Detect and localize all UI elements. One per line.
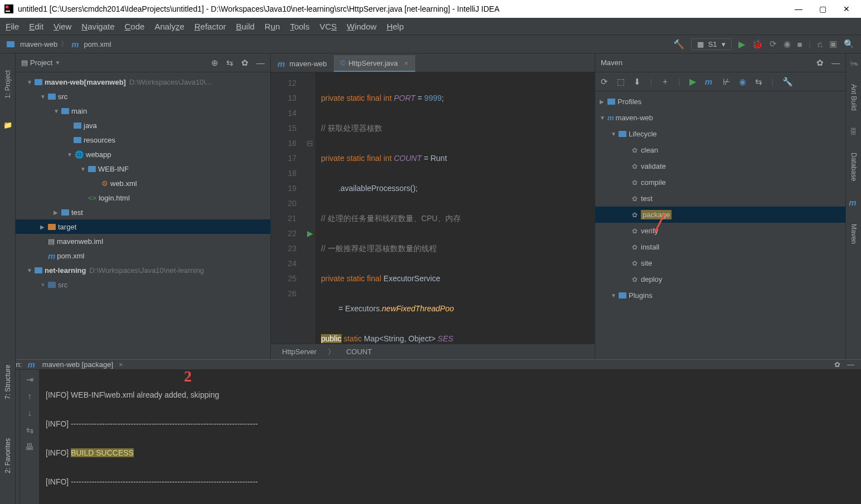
search-icon[interactable]: 🔍 [844,39,854,49]
tree-target[interactable]: ▶target [16,219,270,234]
maven-plugins[interactable]: ▼Plugins [595,287,845,304]
coverage-icon[interactable]: ⟳ [770,39,777,49]
hide-icon[interactable]: — [256,58,265,68]
close-tab-icon[interactable]: × [404,59,408,67]
debug-button[interactable]: 🐞 [752,39,763,50]
menu-window[interactable]: Window [347,22,376,31]
maven-tab-icon[interactable]: m [849,198,856,207]
tree-main[interactable]: ▼main [16,104,270,118]
maven-goal-compile[interactable]: ✿compile [595,174,845,190]
wrap-icon[interactable]: ⇆ [26,425,33,436]
breadcrumb-file[interactable]: pom.xml [84,40,111,48]
tab-httpserver[interactable]: ©HttpServer.java× [334,55,415,72]
tree-nl-src[interactable]: ▼src [16,277,270,292]
maven-goal-verify[interactable]: ✿verify [595,223,845,239]
skip-tests-icon[interactable]: ⊬ [723,77,730,87]
vcs-icon[interactable]: ⎌ [818,40,823,49]
tree-webxml[interactable]: ⚙web.xml [16,176,270,190]
maven-goal-deploy[interactable]: ✿deploy [595,271,845,287]
tree-net-learning[interactable]: ▼net-learningD:\Workspaces\Java10\net-le… [16,263,270,277]
generate-icon[interactable]: ⬚ [617,77,625,87]
menu-navigate[interactable]: Navigate [81,22,114,31]
maven-icon[interactable]: m [705,77,712,86]
hammer-icon[interactable]: 🔨 [673,39,684,50]
profile-icon[interactable]: ◉ [784,39,791,49]
run-button[interactable]: ▶ [738,39,745,50]
bc-class[interactable]: HttpServer [282,348,317,356]
add-icon[interactable]: ＋ [661,76,669,87]
run-config-selector[interactable]: ▦ S1 ▾ [691,38,732,50]
tree-login-html[interactable]: <>login.html [16,190,270,205]
sidetab-antbuild[interactable]: Ant Build [850,84,858,111]
menu-run[interactable]: Run [265,22,280,31]
print-icon[interactable]: 🖶 [25,442,34,452]
run-settings-icon[interactable]: ✿ [834,360,840,369]
sidetab-structure[interactable]: 7: Structure [4,365,12,399]
locate-icon[interactable]: ⊕ [211,58,218,68]
menu-build[interactable]: Build [236,22,254,31]
menu-vcs[interactable]: VCS [319,22,337,31]
menu-refactor[interactable]: Refactor [194,22,226,31]
minimize-button[interactable]: — [795,4,802,13]
bc-member[interactable]: COUNT [346,348,372,356]
tree-pom[interactable]: mpom.xml [16,248,270,263]
menu-help[interactable]: Help [387,22,404,31]
maven-goal-test[interactable]: ✿test [595,190,845,207]
folder-tool-icon[interactable]: 📁 [3,121,12,129]
tab-maven-web[interactable]: mmaven-web [271,55,334,72]
maven-profiles[interactable]: ▶Profiles [595,94,845,110]
maximize-button[interactable]: ▢ [819,4,826,13]
tree-iml[interactable]: ▤mavenweb.iml [16,234,270,248]
maven-goal-site[interactable]: ✿site [595,255,845,271]
sidetab-project[interactable]: 1: Project [4,70,12,99]
tree-resources[interactable]: resources [16,133,270,147]
console-output[interactable]: [INFO] WEB-INF\web.xml already added, sk… [39,370,861,504]
refresh-icon[interactable]: ⟳ [601,77,608,87]
maven-project[interactable]: ▼mmaven-web [595,110,845,126]
project-panel-title[interactable]: Project [30,58,52,67]
sidetab-favorites[interactable]: 2: Favorites [4,438,12,473]
menu-file[interactable]: File [6,22,19,31]
tree-webinf[interactable]: ▼WEB-INF [16,162,270,176]
menu-code[interactable]: Code [125,22,145,31]
menu-analyze[interactable]: Analyze [154,22,184,31]
maven-settings-icon[interactable]: ✿ [816,58,824,68]
code-editor[interactable]: private static final int PORT = 9999; //… [315,72,595,344]
tree-test[interactable]: ▶test [16,205,270,219]
menu-tools[interactable]: Tools [290,22,309,31]
maven-tool-window: Maven ✿ — ⟳ ⬚ ⬇ | ＋ | ▶ m ⊬ ◉ ⇆ | 🔧 ▶Pro… [595,53,845,359]
tree-webapp[interactable]: ▼🌐webapp [16,147,270,162]
stop-button[interactable]: ■ [797,40,802,49]
expand-icon[interactable]: ⇆ [755,77,762,87]
offline-icon[interactable]: ◉ [739,77,746,87]
maven-goal-clean[interactable]: ✿clean [595,142,845,158]
wrench-icon[interactable]: 🔧 [782,77,793,87]
svg-rect-1 [6,6,8,8]
sidetab-database[interactable]: Database [850,153,858,181]
download-icon[interactable]: ⬇ [634,77,641,87]
run-hide-icon[interactable]: — [847,360,854,369]
db-icon[interactable]: 🗄 [850,128,857,136]
maven-lifecycle[interactable]: ▼Lifecycle [595,126,845,142]
down-icon[interactable]: ↓ [27,408,32,418]
tree-java[interactable]: java [16,118,270,133]
maven-hide-icon[interactable]: — [831,58,840,68]
tree-src[interactable]: ▼src [16,89,270,104]
menu-view[interactable]: View [53,22,71,31]
scroll-icon[interactable]: ⇥ [26,374,33,385]
maven-goal-package[interactable]: ✿package [595,207,845,223]
collapse-icon[interactable]: ⇆ [226,58,234,68]
settings-icon[interactable]: ✿ [241,58,249,68]
breadcrumb-project[interactable]: maven-web [20,40,57,48]
ant-icon[interactable]: 🐜 [849,59,858,67]
menu-edit[interactable]: Edit [29,22,43,31]
run-maven-icon[interactable]: ▶ [689,76,696,87]
up-icon[interactable]: ↑ [27,392,32,402]
tree-root-maven-web[interactable]: ▼maven-web [mavenweb]D:\Workspaces\Java1… [16,75,270,89]
maven-goal-validate[interactable]: ✿validate [595,158,845,174]
sidetab-maven[interactable]: Maven [850,224,858,244]
update-icon[interactable]: ▣ [829,39,837,49]
maven-goal-install[interactable]: ✿install [595,239,845,255]
run-close-icon[interactable]: × [119,360,123,369]
close-button[interactable]: ✕ [843,4,850,13]
